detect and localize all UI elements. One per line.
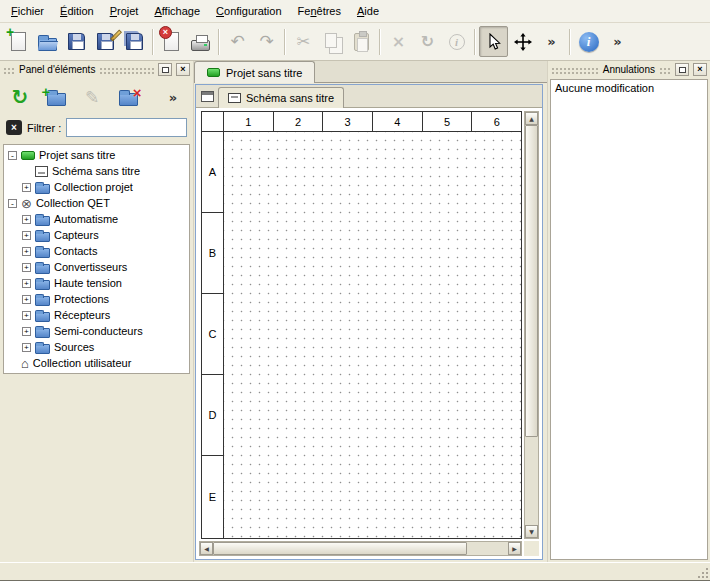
- menu-configuration[interactable]: Configuration: [208, 1, 289, 21]
- undo-panel-title: Annulations: [603, 64, 655, 75]
- paste-button: [347, 26, 376, 57]
- undo-empty-text: Aucune modification: [555, 82, 654, 94]
- tree-item-protections[interactable]: +Protections: [4, 291, 189, 307]
- menu-aide[interactable]: Aide: [349, 1, 387, 21]
- expand-icon[interactable]: +: [22, 247, 31, 256]
- tree-item-capteurs[interactable]: +Capteurs: [4, 227, 189, 243]
- tree-item-semi-conducteurs[interactable]: +Semi-conducteurs: [4, 323, 189, 339]
- subwindow-icon[interactable]: [201, 91, 214, 102]
- undo-list[interactable]: Aucune modification: [550, 79, 708, 560]
- diagram-viewport: 123456 ABCDE ▲ ▼: [196, 108, 542, 559]
- filter-input[interactable]: [66, 118, 187, 137]
- project-icon: [207, 68, 220, 77]
- toolbar-overflow-button-2[interactable]: »: [603, 26, 632, 57]
- save-as-button[interactable]: [91, 26, 120, 57]
- scroll-down-icon[interactable]: ▼: [525, 525, 538, 538]
- tree-item-haute-tension[interactable]: +Haute tension: [4, 275, 189, 291]
- folder-open-icon: [38, 38, 57, 51]
- about-qet-button[interactable]: i: [574, 26, 603, 57]
- expand-icon[interactable]: +: [22, 263, 31, 272]
- undo-icon: ↶: [230, 33, 244, 50]
- menu-projet[interactable]: Projet: [102, 1, 147, 21]
- save-all-button[interactable]: [120, 26, 149, 57]
- elements-panel-toolbar: ↻✎»: [0, 78, 193, 116]
- horizontal-scrollbar[interactable]: ◀ ▶: [199, 541, 522, 556]
- undo-panel: Annulations × Aucune modification: [547, 61, 710, 562]
- expand-icon[interactable]: +: [22, 183, 31, 192]
- dock-grip[interactable]: [99, 66, 154, 74]
- info-blue-icon: i: [579, 32, 599, 52]
- open-project-button[interactable]: [33, 26, 62, 57]
- column-header-6: 6: [472, 112, 521, 131]
- diagram-canvas[interactable]: [224, 132, 521, 538]
- redo-icon: ↷: [259, 33, 273, 50]
- tree-item-collection-qet[interactable]: -⊗Collection QET: [4, 195, 189, 211]
- horizontal-scroll-track[interactable]: [213, 542, 508, 555]
- redo-button: ↷: [252, 26, 281, 57]
- scroll-up-icon[interactable]: ▲: [525, 112, 538, 125]
- expand-icon[interactable]: +: [22, 327, 31, 336]
- new-element-button[interactable]: [41, 82, 71, 112]
- folder-icon: [35, 264, 50, 274]
- vertical-scroll-thumb[interactable]: [525, 125, 538, 437]
- menu-bar: FichierÉditionProjetAffichageConfigurati…: [0, 0, 710, 23]
- scroll-left-icon[interactable]: ◀: [200, 542, 213, 555]
- resize-grip[interactable]: [696, 566, 708, 578]
- dock-grip[interactable]: [3, 66, 15, 74]
- move-icon: [514, 33, 532, 51]
- tree-item-schema-sans-titre[interactable]: Schéma sans titre: [4, 163, 189, 179]
- save-button[interactable]: [62, 26, 91, 57]
- edit-element-button: ✎: [77, 82, 107, 112]
- vertical-scroll-track[interactable]: [525, 125, 538, 525]
- tree-item-automatisme[interactable]: +Automatisme: [4, 211, 189, 227]
- elements-panel-titlebar: Panel d'éléments ×: [0, 61, 193, 78]
- print-button[interactable]: [186, 26, 215, 57]
- folder-icon: [35, 216, 50, 226]
- panel-overflow-button[interactable]: »: [158, 82, 188, 112]
- collapse-icon[interactable]: -: [8, 199, 17, 208]
- floppy-icon: [68, 33, 85, 50]
- close-panel-button[interactable]: ×: [693, 63, 707, 76]
- select-tool-button[interactable]: [479, 26, 508, 57]
- reload-collections-button[interactable]: ↻: [5, 82, 35, 112]
- tab-schema[interactable]: Schéma sans titre: [218, 87, 344, 108]
- tree-item-contacts[interactable]: +Contacts: [4, 243, 189, 259]
- close-panel-button[interactable]: ×: [176, 63, 190, 76]
- expand-icon[interactable]: +: [22, 295, 31, 304]
- vertical-scrollbar[interactable]: ▲ ▼: [524, 111, 539, 539]
- scroll-right-icon[interactable]: ▶: [508, 542, 521, 555]
- float-panel-button[interactable]: [675, 63, 689, 76]
- close-file-button[interactable]: [157, 26, 186, 57]
- menu-fichier[interactable]: Fichier: [3, 1, 52, 21]
- diagram-column-headers: 123456: [202, 112, 521, 132]
- toolbar-overflow-button[interactable]: »: [537, 26, 566, 57]
- tree-item-label: Contacts: [54, 245, 97, 257]
- menu-affichage[interactable]: Affichage: [146, 1, 208, 21]
- tree-item-collection-utilisateur[interactable]: ⌂Collection utilisateur: [4, 355, 189, 371]
- tree-item-sources[interactable]: +Sources: [4, 339, 189, 355]
- expand-icon[interactable]: +: [22, 311, 31, 320]
- tree-item-projet-sans-titre[interactable]: -Projet sans titre: [4, 147, 189, 163]
- new-document-button[interactable]: [4, 26, 33, 57]
- float-panel-button[interactable]: [158, 63, 172, 76]
- menu-fenetres[interactable]: Fenêtres: [290, 1, 349, 21]
- dock-grip[interactable]: [551, 66, 599, 74]
- delete-element-button[interactable]: [113, 82, 143, 112]
- tree-item-convertisseurs[interactable]: +Convertisseurs: [4, 259, 189, 275]
- clear-filter-icon[interactable]: ×: [6, 120, 22, 135]
- diagram-frame: 123456 ABCDE: [201, 111, 522, 539]
- menu-edition[interactable]: Édition: [52, 1, 102, 21]
- expand-icon[interactable]: +: [22, 343, 31, 352]
- dock-grip[interactable]: [659, 66, 671, 74]
- tab-project[interactable]: Projet sans titre: [194, 61, 315, 83]
- tree-item-collection-projet[interactable]: +Collection projet: [4, 179, 189, 195]
- expand-icon[interactable]: +: [22, 215, 31, 224]
- row-header-strip: ABCDE: [202, 132, 224, 538]
- move-tool-button[interactable]: [508, 26, 537, 57]
- project-tabbar: Projet sans titre: [194, 61, 547, 83]
- tree-item-recepteurs[interactable]: +Récepteurs: [4, 307, 189, 323]
- expand-icon[interactable]: +: [22, 279, 31, 288]
- expand-icon[interactable]: +: [22, 231, 31, 240]
- collapse-icon[interactable]: -: [8, 151, 17, 160]
- horizontal-scroll-thumb[interactable]: [213, 542, 467, 555]
